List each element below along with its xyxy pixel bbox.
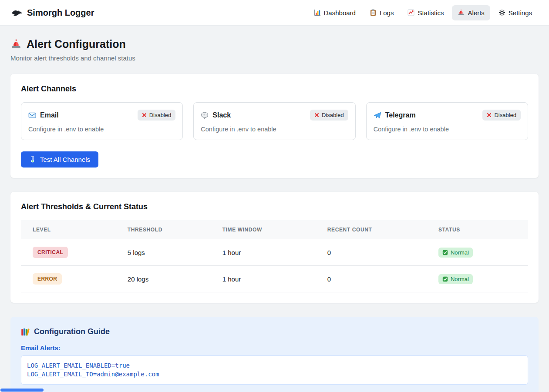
threshold-cell: 20 logs (116, 266, 211, 292)
thresholds-table: LEVEL THRESHOLD TIME WINDOW RECENT COUNT… (21, 220, 528, 292)
eagle-logo-icon (11, 7, 23, 18)
channel-status-badge: Disabled (482, 110, 521, 121)
check-mark-icon (442, 250, 448, 255)
channel-header: Email Disabled (28, 110, 175, 121)
configuration-guide-title-text: Configuration Guide (34, 327, 110, 336)
test-all-channels-button[interactable]: Test All Channels (21, 151, 98, 168)
channel-card-telegram: Telegram Disabled Configure in .env to e… (366, 102, 528, 140)
books-icon (21, 328, 30, 336)
time-window-cell: 1 hour (211, 239, 316, 266)
app-title: Simorgh Logger (27, 8, 94, 18)
main-content: Alert Configuration Monitor alert thresh… (0, 38, 549, 392)
configuration-guide-card: Configuration Guide Email Alerts: LOG_AL… (10, 317, 539, 392)
configuration-guide-title: Configuration Guide (21, 327, 528, 336)
nav-item-logs[interactable]: Logs (364, 5, 400, 20)
channel-name: Telegram (374, 111, 416, 119)
channel-status-badge: Disabled (310, 110, 348, 121)
status-text: Normal (451, 249, 469, 256)
channel-name-text: Slack (212, 111, 231, 119)
siren-icon (10, 39, 22, 50)
statistics-icon (408, 9, 414, 16)
nav-item-alerts[interactable]: Alerts (452, 5, 490, 20)
level-badge-critical: CRITICAL (33, 247, 68, 258)
channel-hint: Configure in .env to enable (201, 126, 348, 133)
channel-hint: Configure in .env to enable (28, 126, 175, 133)
x-mark-icon (487, 113, 492, 117)
col-header-threshold: THRESHOLD (116, 220, 211, 239)
speech-bubble-icon (201, 111, 209, 119)
table-row: CRITICAL 5 logs 1 hour 0 (21, 239, 528, 266)
table-row: ERROR 20 logs 1 hour 0 (21, 266, 528, 292)
alert-thresholds-card: Alert Thresholds & Current Status LEVEL … (10, 192, 539, 303)
nav-item-label: Settings (509, 9, 532, 17)
channel-name-text: Telegram (385, 111, 416, 119)
nav-item-dashboard[interactable]: Dashboard (308, 5, 361, 20)
nav-items: Dashboard Logs (308, 5, 538, 20)
email-alerts-code-block: LOG_ALERT_EMAIL_ENABLED=true LOG_ALERT_E… (21, 355, 528, 385)
channel-header: Slack Disabled (201, 110, 348, 121)
nav-item-label: Logs (380, 9, 394, 17)
page-subtitle: Monitor alert thresholds and channel sta… (10, 54, 539, 62)
nav-item-label: Alerts (468, 9, 484, 17)
test-all-channels-label: Test All Channels (40, 156, 90, 163)
nav-item-label: Statistics (418, 9, 444, 17)
channel-name: Email (28, 111, 59, 119)
channels-grid: Email Disabled Configure in .env to enab… (21, 102, 528, 140)
status-badge-normal: Normal (438, 274, 473, 284)
recent-count-cell: 0 (316, 239, 427, 266)
paper-plane-icon (374, 111, 381, 119)
level-badge-error: ERROR (33, 273, 62, 285)
channel-card-slack: Slack Disabled Configure in .env to enab… (193, 102, 355, 140)
col-header-status: STATUS (427, 220, 528, 239)
threshold-cell: 5 logs (116, 239, 211, 266)
x-mark-icon (142, 113, 147, 117)
status-text: Normal (451, 276, 469, 282)
logs-icon (370, 9, 377, 16)
email-icon (28, 111, 36, 119)
dashboard-icon (314, 9, 321, 16)
check-mark-icon (442, 276, 448, 282)
channel-header: Telegram Disabled (374, 110, 521, 121)
alerts-icon (458, 9, 465, 16)
channel-card-email: Email Disabled Configure in .env to enab… (21, 102, 183, 140)
channel-status-text: Disabled (322, 112, 344, 118)
status-badge-normal: Normal (438, 248, 473, 258)
col-header-recent-count: RECENT COUNT (316, 220, 427, 239)
test-tube-icon (29, 156, 36, 163)
recent-count-cell: 0 (316, 266, 427, 292)
page-title: Alert Configuration (10, 38, 539, 50)
nav-item-settings[interactable]: Settings (493, 5, 538, 20)
alert-channels-card: Alert Channels Email (10, 74, 539, 178)
alert-channels-title: Alert Channels (21, 84, 528, 94)
settings-icon (498, 9, 505, 16)
alert-thresholds-title: Alert Thresholds & Current Status (21, 202, 528, 211)
page-title-text: Alert Configuration (27, 38, 126, 50)
channel-name-text: Email (40, 111, 59, 119)
app-logo[interactable]: Simorgh Logger (11, 7, 94, 18)
email-alerts-label: Email Alerts: (21, 344, 528, 352)
x-mark-icon (314, 113, 319, 117)
time-window-cell: 1 hour (211, 266, 316, 292)
nav-item-label: Dashboard (324, 9, 356, 17)
horizontal-scrollbar-thumb[interactable] (0, 389, 44, 392)
channel-status-badge: Disabled (138, 110, 176, 121)
channel-status-text: Disabled (149, 112, 172, 118)
channel-name: Slack (201, 111, 231, 119)
col-header-time-window: TIME WINDOW (211, 220, 316, 239)
channel-hint: Configure in .env to enable (374, 126, 521, 133)
nav-item-statistics[interactable]: Statistics (402, 5, 449, 20)
channel-status-text: Disabled (494, 112, 516, 118)
table-header-row: LEVEL THRESHOLD TIME WINDOW RECENT COUNT… (21, 220, 528, 239)
col-header-level: LEVEL (21, 220, 116, 239)
navbar: Simorgh Logger Dashboard (0, 0, 549, 26)
